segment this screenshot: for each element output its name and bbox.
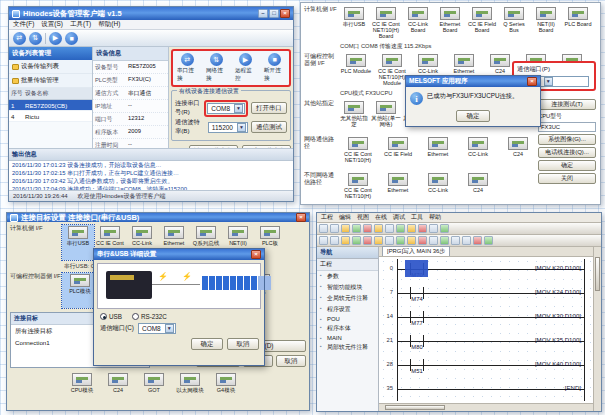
toolbar-icon[interactable] <box>484 236 493 245</box>
menu-item[interactable]: 工具(T) <box>70 20 91 29</box>
connection-mode-button[interactable]: ■ 断开连接 <box>264 53 285 83</box>
rs232c-radio[interactable]: RS-232C <box>132 313 167 320</box>
menu-item[interactable]: 帮助(H) <box>98 20 120 29</box>
project-tree-item[interactable]: 全局软元件注释 <box>317 293 378 304</box>
project-tree-item[interactable]: POU <box>317 315 378 323</box>
toolbar-icon[interactable] <box>407 224 416 233</box>
project-tree-item[interactable]: 智能功能模块 <box>317 282 378 293</box>
project-tree-item[interactable]: 局部软元件注释 <box>317 342 378 353</box>
toolbar-icon[interactable] <box>462 236 471 245</box>
pc-interface-tile[interactable]: CC IE Cont NET/10(H) Board <box>370 6 402 41</box>
close-button[interactable]: × <box>296 213 306 222</box>
menu-item[interactable]: 视图 <box>357 213 369 222</box>
toolbar-icon[interactable] <box>319 236 328 245</box>
toolbar-icon[interactable] <box>385 236 394 245</box>
menu-item[interactable]: 设置(S) <box>41 20 63 29</box>
dialog-title-bar[interactable]: MELSOFT 应用程序 × <box>406 76 540 87</box>
toolbar-icon[interactable] <box>319 224 328 233</box>
stop-icon[interactable]: ■ <box>65 32 78 45</box>
pc-interface-tile[interactable]: Q Series Bus <box>498 6 530 41</box>
horizontal-scrollbar[interactable] <box>379 403 593 411</box>
connection-test-button[interactable]: 连接测试(T) <box>538 99 596 110</box>
detail-port-select[interactable]: COM8 ▼ <box>138 323 176 334</box>
device-row[interactable]: 1 RE57Z005(CB) <box>9 100 92 111</box>
toolbar-icon[interactable] <box>374 224 383 233</box>
minimize-button[interactable]: – <box>258 9 268 18</box>
toolbar-icon[interactable] <box>363 236 372 245</box>
toolbar-icon[interactable] <box>352 224 361 233</box>
phone-line-button[interactable]: 电话线连接(Q)... <box>538 147 596 158</box>
network-icon[interactable]: ⇅ <box>29 32 42 45</box>
menu-item[interactable]: 工具 <box>411 213 423 222</box>
close-icon[interactable]: × <box>527 77 537 86</box>
toolbar-icon[interactable] <box>429 224 438 233</box>
pc-interface-tile[interactable]: 串行USB <box>338 6 370 41</box>
other-station-tile[interactable]: 无其他站指定 <box>338 100 370 135</box>
toolbar-icon[interactable] <box>407 236 416 245</box>
toolbar-icon[interactable] <box>330 236 339 245</box>
other-station-tile[interactable]: 其他站(单一网络) <box>370 100 402 135</box>
title-bar[interactable]: 连接目标设置 连接接口(串行&USB) × <box>7 213 309 222</box>
project-tree-item[interactable]: 程序本体 <box>317 323 378 334</box>
toolbar-icon[interactable] <box>429 236 438 245</box>
baud-select[interactable]: 115200 ▼ <box>208 122 248 133</box>
menu-item[interactable]: 帮助 <box>429 213 441 222</box>
bottom-module-tile[interactable]: GOT <box>136 372 172 407</box>
route2-tile[interactable]: C24 <box>458 172 498 207</box>
device-row[interactable]: 4 Rictu <box>9 111 92 122</box>
pc-interface-tile[interactable]: NET(II) Board <box>530 6 562 41</box>
route-tile[interactable]: Ethernet <box>418 136 458 171</box>
plc-interface-tile[interactable]: PLC Module <box>338 53 374 88</box>
project-tree-item[interactable]: MAIN <box>317 334 378 342</box>
close-icon[interactable]: × <box>251 250 261 259</box>
connection-mode-button[interactable]: ⇄ 串口连接 <box>177 53 198 83</box>
toolbar-icon[interactable] <box>385 224 394 233</box>
pc-interface-tile[interactable]: CC-Link Board <box>402 6 434 41</box>
toolbar-icon[interactable] <box>363 224 372 233</box>
bottom-module-tile[interactable]: C24 <box>100 372 136 407</box>
detail-ok-button[interactable]: 确定 <box>191 338 223 350</box>
bottom-module-tile[interactable]: 以太网模块 <box>172 372 208 407</box>
route2-tile[interactable]: CC-Link <box>418 172 458 207</box>
ladder-rung[interactable]: 7 M74 MOV K24 D100 <box>379 281 593 305</box>
toolbar-icon[interactable] <box>352 236 361 245</box>
scrollbar-thumb[interactable] <box>385 405 445 410</box>
log-body[interactable]: 2016/11/30 17:01:23 设备连接成功，开始读取设备信息…2016… <box>9 161 293 190</box>
menu-item[interactable]: 调试 <box>393 213 405 222</box>
ladder-rung[interactable]: 14 M77 MOV K30 D100 <box>379 305 593 329</box>
menu-item[interactable]: 工程 <box>321 213 333 222</box>
editor-tab[interactable]: [PRG]写入 MAIN 36步 <box>382 246 450 256</box>
pc-interface-tile[interactable]: PLC Board <box>562 6 594 41</box>
monitor-icon[interactable]: ▶ <box>49 32 62 45</box>
connection-mode-button[interactable]: ▶ 远程监控 <box>235 53 256 83</box>
toolbar-icon[interactable] <box>418 224 427 233</box>
sidebar-item[interactable]: 设备传输列表 <box>9 60 92 74</box>
pc-interface-tile[interactable]: Ethernet Board <box>434 6 466 41</box>
toolbar-icon[interactable] <box>396 236 405 245</box>
route-tile[interactable]: C24 <box>498 136 538 171</box>
toolbar-icon[interactable] <box>451 236 460 245</box>
system-image-button[interactable]: 系统图像(G)... <box>538 134 596 145</box>
route2-tile[interactable]: CC IE Cont NET/10(H) <box>338 172 378 207</box>
menu-item[interactable]: 文件(F) <box>13 20 34 29</box>
ladder-rung[interactable]: 28 M51 MOV K40 D100 <box>379 353 593 377</box>
route-tile[interactable]: CC IE Cont NET/10(H) <box>338 136 378 171</box>
scrollbar-thumb[interactable] <box>595 257 600 291</box>
dialog-title-bar[interactable]: 串行&USB 详细设置 × <box>94 249 264 260</box>
pc-interface-tile[interactable]: 串行USB <box>62 225 94 260</box>
comm-test-button[interactable]: 通信测试 <box>251 121 287 133</box>
toolbar-icon[interactable] <box>418 236 427 245</box>
toolbar-icon[interactable] <box>330 224 339 233</box>
cancel-button[interactable]: 取消 <box>276 355 306 367</box>
pc-interface-tile[interactable]: CC IE Field Board <box>466 6 498 41</box>
bottom-module-tile[interactable]: G4模块 <box>208 372 244 407</box>
ladder-rung[interactable]: 35 END <box>379 377 593 401</box>
usb-radio[interactable]: USB <box>100 313 122 320</box>
close-button[interactable]: 关闭 <box>538 173 596 184</box>
route-tile[interactable]: CC IE Field <box>378 136 418 171</box>
route-tile[interactable]: CC-Link <box>458 136 498 171</box>
menu-item[interactable]: 在线 <box>375 213 387 222</box>
project-tree-item[interactable]: 程序设置 <box>317 304 378 315</box>
dialog-ok-button[interactable]: 确定 <box>456 110 490 122</box>
route2-tile[interactable]: Ethernet <box>378 172 418 207</box>
